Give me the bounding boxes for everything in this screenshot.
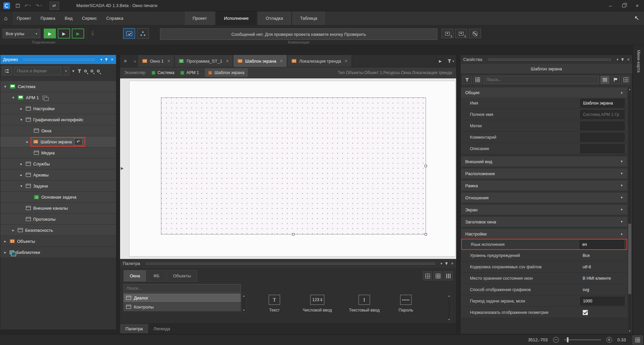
- tree-item-screen-template[interactable]: ▸ Шаблон экрана ↶: [0, 136, 116, 147]
- csv-encoding-select[interactable]: utf-8: [580, 263, 625, 271]
- minimize-button[interactable]: –: [604, 0, 617, 11]
- save-button[interactable]: [16, 4, 20, 8]
- export-history-button[interactable]: 1: [455, 29, 467, 38]
- view-grid-button[interactable]: [423, 271, 432, 280]
- run-node-button[interactable]: ▶: [58, 28, 70, 39]
- flag-filter-button[interactable]: [611, 76, 620, 84]
- mode-tab-project[interactable]: Проект: [184, 11, 215, 25]
- undo-button[interactable]: ↶▾: [24, 3, 31, 8]
- screen-task-period-field[interactable]: 1000: [580, 297, 625, 305]
- expander-icon[interactable]: ▾: [3, 84, 7, 89]
- chevron-down-icon[interactable]: ▾: [40, 4, 42, 7]
- collapse-icon[interactable]: ▲: [620, 91, 623, 94]
- run-all-button[interactable]: ▶: [72, 28, 84, 39]
- mode-tab-debug[interactable]: Отладка: [257, 11, 291, 25]
- scroll-up-icon[interactable]: ▲: [448, 294, 450, 298]
- breadcrumb-screen-template[interactable]: Шаблон экрана: [205, 68, 248, 77]
- section-window-title[interactable]: Заголовок окна ▼: [461, 217, 627, 227]
- close-tab-icon[interactable]: ×: [345, 58, 347, 64]
- panel-menu-icon[interactable]: ▾: [440, 262, 442, 265]
- deploy-toggle[interactable]: [137, 28, 149, 39]
- checkbox-checked[interactable]: [583, 310, 588, 315]
- tree-item-media[interactable]: Медиа: [0, 147, 116, 158]
- tree-item-arm1[interactable]: ▾ АРМ 1: [0, 92, 116, 103]
- name-field[interactable]: Шаблон экрана: [580, 99, 625, 108]
- search-icon[interactable]: [84, 70, 87, 72]
- tree-item-main-task[interactable]: Основная задача: [0, 192, 116, 203]
- tab-list-button[interactable]: ≡: [120, 55, 131, 67]
- tree-item-windows[interactable]: Окна: [0, 125, 116, 136]
- tree-item-archives[interactable]: ▸ Архивы: [0, 169, 116, 181]
- expander-icon[interactable]: ▸: [19, 173, 23, 177]
- pointer-tool-icon[interactable]: ↖: [634, 14, 639, 22]
- home-button[interactable]: ⌂: [0, 11, 12, 25]
- drag-handle[interactable]: [146, 262, 435, 265]
- palette-item-text-input[interactable]: I Текстовый ввод: [344, 295, 384, 313]
- close-tab-icon[interactable]: ×: [280, 58, 283, 64]
- zoom-slider[interactable]: [564, 339, 601, 340]
- drag-handle[interactable]: [23, 58, 95, 61]
- run-button[interactable]: ▶: [44, 28, 56, 39]
- close-icon[interactable]: ×: [627, 57, 630, 62]
- expander-icon[interactable]: ▾: [19, 184, 23, 188]
- scroll-down-icon[interactable]: ▼: [629, 329, 631, 333]
- section-layout[interactable]: Расположение ▼: [461, 168, 627, 179]
- menu-view[interactable]: Вид: [65, 16, 73, 21]
- pin-icon[interactable]: [621, 58, 624, 61]
- export-project-button[interactable]: 1: [441, 29, 453, 38]
- tree-item-external-channels[interactable]: Внешние каналы: [0, 203, 116, 214]
- menu-service[interactable]: Сервис: [82, 16, 97, 21]
- funnel-icon[interactable]: [77, 69, 82, 73]
- search-history-button[interactable]: ▾: [63, 67, 69, 75]
- grid-toggle-button[interactable]: [633, 336, 643, 344]
- pin-icon[interactable]: [105, 58, 108, 61]
- panel-menu-icon[interactable]: ▾: [616, 58, 618, 61]
- breadcrumb-system[interactable]: Система: [152, 70, 174, 75]
- properties-search-input[interactable]: [483, 76, 599, 84]
- section-relations[interactable]: Отношения ▼: [461, 193, 627, 203]
- section-frame[interactable]: Рамка ▼: [461, 181, 627, 191]
- chevron-down-icon[interactable]: ▾: [30, 4, 31, 7]
- group-properties-button[interactable]: [473, 76, 482, 84]
- compare-button[interactable]: ⇄: [50, 2, 59, 10]
- panel-expand-handle[interactable]: ▶: [121, 166, 123, 170]
- expand-icon[interactable]: ▼: [620, 196, 623, 199]
- expander-icon[interactable]: ▸: [19, 162, 23, 166]
- doc-tab-program-st1[interactable]: Программа_ST_1 ×: [175, 55, 233, 67]
- palette-group-controls[interactable]: Контролы: [123, 302, 241, 312]
- view-columns-button[interactable]: [444, 271, 453, 280]
- resize-handle-bottom[interactable]: [292, 233, 294, 235]
- nodes-dropdown[interactable]: Все узлы ▾: [3, 29, 40, 38]
- auto-check-toggle[interactable]: [123, 28, 135, 39]
- design-canvas[interactable]: ▶: [120, 78, 456, 259]
- tree-item-libraries[interactable]: ▸ Библиотеки: [0, 247, 116, 258]
- section-screen[interactable]: Экран ▼: [461, 205, 627, 215]
- list-view-button[interactable]: [600, 76, 609, 84]
- comment-field[interactable]: [580, 133, 625, 142]
- maximize-button[interactable]: [617, 0, 631, 11]
- redo-button[interactable]: ↷▾: [36, 3, 42, 8]
- expand-icon[interactable]: ▼: [620, 208, 623, 211]
- collapse-icon[interactable]: ▲: [620, 232, 623, 235]
- palette-group-dialog[interactable]: Диалог: [123, 293, 241, 302]
- tab-scroll-left-button[interactable]: ◀: [131, 55, 138, 67]
- window-state-storage-select[interactable]: В HMI клиенте: [580, 274, 625, 283]
- tab-filter-button[interactable]: ▾: [447, 55, 454, 67]
- menu-help[interactable]: Справка: [106, 16, 123, 21]
- scroll-down-icon[interactable]: ▼: [243, 308, 245, 313]
- palette-item-password[interactable]: ••••• Пароль: [386, 295, 426, 313]
- expander-icon[interactable]: ▸: [25, 140, 30, 144]
- warning-level-select[interactable]: Все: [580, 251, 625, 260]
- undo-rename-button[interactable]: ↶: [74, 138, 83, 145]
- tree-item-objects[interactable]: ▸ Объекты: [0, 236, 116, 247]
- palette-tab-objects[interactable]: Объекты: [167, 270, 198, 282]
- expander-icon[interactable]: ▸: [3, 250, 7, 255]
- expander-icon[interactable]: ▾: [19, 118, 23, 122]
- expand-icon[interactable]: ▼: [620, 184, 623, 187]
- filter-caret-icon[interactable]: ▼: [71, 69, 75, 73]
- runtime-language-field[interactable]: en: [580, 240, 624, 249]
- bottom-tab-legend[interactable]: Легенда: [148, 324, 175, 333]
- expander-icon[interactable]: ▸: [11, 228, 15, 232]
- tree-item-security[interactable]: ▸ Безопасность: [0, 225, 116, 236]
- tags-field[interactable]: [580, 122, 625, 130]
